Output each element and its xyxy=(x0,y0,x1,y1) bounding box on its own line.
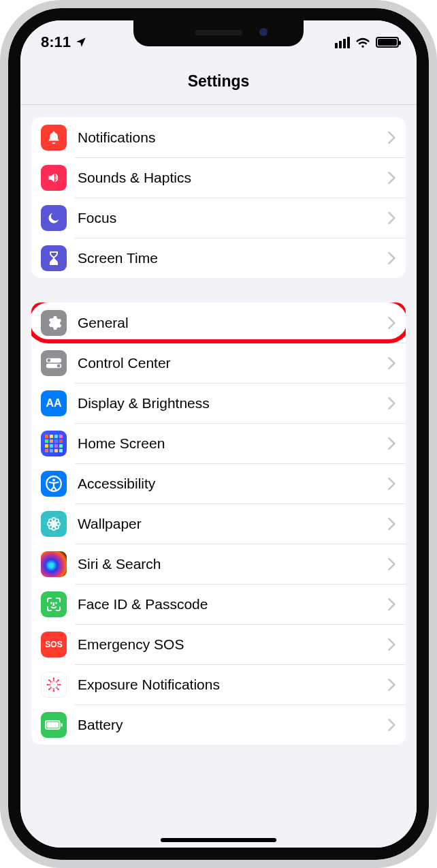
svg-point-32 xyxy=(48,688,50,690)
svg-point-5 xyxy=(52,478,55,481)
svg-point-16 xyxy=(56,602,56,603)
row-wallpaper[interactable]: Wallpaper xyxy=(31,503,406,544)
svg-rect-36 xyxy=(61,723,63,726)
row-label: Emergency SOS xyxy=(78,636,388,653)
svg-point-11 xyxy=(49,518,52,522)
battery-icon xyxy=(41,712,67,738)
svg-point-3 xyxy=(57,364,61,367)
row-home-screen[interactable]: Home Screen xyxy=(31,423,406,463)
speaker-icon xyxy=(41,165,67,191)
settings-list[interactable]: Notifications Sounds & Haptics xyxy=(20,105,417,848)
row-label: Battery xyxy=(78,717,388,733)
accessibility-icon xyxy=(41,471,67,497)
row-label: Home Screen xyxy=(78,435,388,452)
svg-point-26 xyxy=(53,677,55,679)
chevron-right-icon xyxy=(388,719,396,731)
chevron-right-icon xyxy=(388,212,396,224)
row-notifications[interactable]: Notifications xyxy=(31,117,406,157)
row-siri[interactable]: Siri & Search xyxy=(31,544,406,584)
svg-point-1 xyxy=(47,358,50,362)
svg-point-17 xyxy=(50,681,58,688)
device-frame: 8:11 Settings xyxy=(0,0,437,868)
svg-point-13 xyxy=(49,525,52,529)
sos-icon: SOS xyxy=(41,632,67,657)
chevron-right-icon xyxy=(388,478,396,490)
row-label: Wallpaper xyxy=(78,516,388,532)
chevron-right-icon xyxy=(388,397,396,409)
svg-point-12 xyxy=(55,518,59,522)
cellular-signal-icon xyxy=(335,37,350,48)
row-label: Display & Brightness xyxy=(78,395,388,412)
chevron-right-icon xyxy=(388,679,396,691)
row-faceid[interactable]: Face ID & Passcode xyxy=(31,584,406,624)
row-label: Control Center xyxy=(78,355,388,371)
chevron-right-icon xyxy=(388,317,396,329)
settings-group-general: General Control Center AA Display & Brig… xyxy=(31,303,406,745)
location-arrow-icon xyxy=(75,36,87,48)
row-label: Face ID & Passcode xyxy=(78,596,388,613)
row-sos[interactable]: SOS Emergency SOS xyxy=(31,624,406,664)
row-label: Exposure Notifications xyxy=(78,677,388,693)
page-title: Settings xyxy=(188,72,250,91)
chevron-right-icon xyxy=(388,172,396,184)
row-label: General xyxy=(78,315,388,331)
gear-icon xyxy=(41,310,67,336)
row-label: Notifications xyxy=(78,129,388,146)
faceid-icon xyxy=(41,591,67,617)
svg-point-14 xyxy=(55,525,59,529)
toggles-icon xyxy=(41,350,67,376)
chevron-right-icon xyxy=(388,598,396,610)
home-grid-icon xyxy=(41,431,67,456)
device-notch xyxy=(133,20,304,46)
svg-point-29 xyxy=(59,683,61,685)
svg-point-31 xyxy=(57,688,59,690)
row-battery[interactable]: Battery xyxy=(31,704,406,745)
chevron-right-icon xyxy=(388,252,396,264)
row-control-center[interactable]: Control Center xyxy=(31,343,406,383)
home-indicator[interactable] xyxy=(161,838,276,842)
moon-icon xyxy=(41,205,67,231)
row-label: Sounds & Haptics xyxy=(78,170,388,186)
settings-group-notify: Notifications Sounds & Haptics xyxy=(31,117,406,278)
row-label: Accessibility xyxy=(78,476,388,492)
chevron-right-icon xyxy=(388,357,396,369)
row-label: Focus xyxy=(78,210,388,226)
status-right xyxy=(335,37,399,48)
row-label: Screen Time xyxy=(78,250,388,266)
chevron-right-icon xyxy=(388,131,396,144)
row-sounds[interactable]: Sounds & Haptics xyxy=(31,157,406,198)
svg-point-33 xyxy=(57,679,59,681)
flower-icon xyxy=(41,511,67,537)
device-bezel: 8:11 Settings xyxy=(8,8,429,860)
status-left: 8:11 xyxy=(41,33,87,51)
svg-rect-35 xyxy=(47,722,59,728)
chevron-right-icon xyxy=(388,518,396,530)
chevron-right-icon xyxy=(388,638,396,651)
row-accessibility[interactable]: Accessibility xyxy=(31,463,406,503)
status-time: 8:11 xyxy=(41,33,71,51)
bell-icon xyxy=(41,125,67,151)
row-exposure[interactable]: Exposure Notifications xyxy=(31,664,406,704)
row-focus[interactable]: Focus xyxy=(31,198,406,238)
row-label: Siri & Search xyxy=(78,556,388,572)
svg-point-6 xyxy=(52,522,55,525)
chevron-right-icon xyxy=(388,558,396,570)
row-screentime[interactable]: Screen Time xyxy=(31,238,406,278)
nav-header: Settings xyxy=(20,59,417,105)
svg-point-15 xyxy=(51,602,52,603)
hourglass-icon xyxy=(41,245,67,271)
siri-icon xyxy=(41,551,67,577)
wifi-icon xyxy=(355,37,370,48)
svg-point-30 xyxy=(48,679,50,681)
screen: 8:11 Settings xyxy=(20,20,417,848)
covid-icon xyxy=(41,672,67,698)
battery-icon xyxy=(376,37,399,48)
aa-icon: AA xyxy=(41,390,67,416)
row-general[interactable]: General xyxy=(31,303,406,343)
row-display[interactable]: AA Display & Brightness xyxy=(31,383,406,423)
chevron-right-icon xyxy=(388,437,396,450)
svg-point-28 xyxy=(46,683,48,685)
svg-point-27 xyxy=(53,689,55,692)
